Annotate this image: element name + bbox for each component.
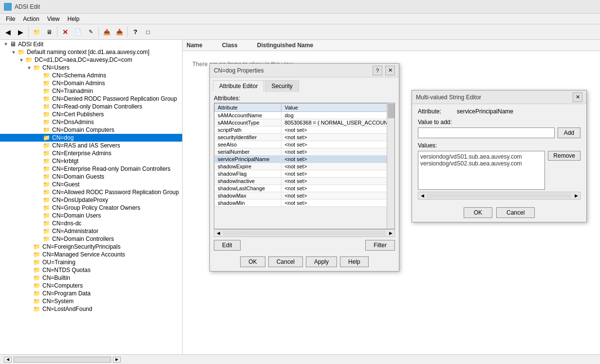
table-hscroll[interactable]: ◀ ▶ [214, 229, 395, 237]
tree-item-dns-dc[interactable]: 📁 CN=dns-dc [0, 219, 182, 227]
expander-dc-aea[interactable]: ▼ [18, 57, 25, 63]
tree-item-managed-service[interactable]: 📁 CN=Managed Service Accounts [0, 251, 182, 258]
edit-button[interactable]: Edit [214, 240, 241, 251]
mv-add-button[interactable]: Add [558, 127, 581, 138]
expander-default-naming[interactable]: ▼ [10, 50, 18, 55]
mv-hscroll[interactable]: ◀ ▶ [418, 192, 581, 200]
tree-item-dc-aea[interactable]: ▼ 📁 DC=d1,DC=aea,DC=auvesy,DC=com [0, 56, 182, 64]
table-scrollbar-thumb[interactable] [388, 104, 394, 118]
attr-table-row-9[interactable]: shadowInactive<not set> [215, 178, 394, 185]
apply-button[interactable]: Apply [306, 256, 337, 267]
tree-item-adsi-root[interactable]: ▼ 🖥 ADSI Edit [0, 40, 182, 48]
tree-item-guest[interactable]: 📁 CN=Guest [0, 181, 182, 188]
attr-table-row-4[interactable]: seeAlso<not set> [215, 141, 394, 148]
table-scrollbar-track[interactable] [387, 103, 394, 229]
multivalue-close-btn[interactable]: ✕ [573, 92, 582, 102]
properties-close-btn[interactable]: ✕ [385, 66, 395, 75]
attr-table-row-2[interactable]: scriptPath<not set> [215, 127, 394, 134]
menu-action[interactable]: Action [19, 15, 43, 23]
mv-value-item-0[interactable]: versiondog/vdS01.sub.aea.auvesy.com [420, 153, 543, 160]
attr-table-row-8[interactable]: shadowFlag<not set> [215, 170, 394, 178]
hscroll-track[interactable] [223, 231, 386, 236]
mv-hscroll-track[interactable] [427, 193, 572, 198]
attr-table-row-11[interactable]: shadowMax<not set> [215, 192, 394, 200]
tree-item-group-policy-creators[interactable]: 📁 CN=Group Policy Creator Owners [0, 204, 182, 212]
menu-help[interactable]: Help [64, 15, 84, 23]
attr-table-row-5[interactable]: serialNumber<not set> [215, 148, 394, 156]
tree-item-krbtgt[interactable]: 📁 CN=krbtgt [0, 157, 182, 165]
properties-help-icon-btn[interactable]: ? [373, 66, 382, 75]
mv-value-item-1[interactable]: versiondog/vdS02.sub.aea.auvesy.com [420, 160, 543, 167]
tree-item-domain-admins[interactable]: 📁 CN=Domain Admins [0, 79, 182, 87]
menu-file[interactable]: File [2, 15, 19, 23]
attr-table-row-1[interactable]: sAMAccountType805306368 = ( NORMAL_USER_… [215, 119, 394, 127]
tree-item-dns-admins[interactable]: 📁 CN=DnsAdmins [0, 118, 182, 126]
mv-hscroll-left[interactable]: ◀ [418, 192, 426, 199]
mv-cancel-button[interactable]: Cancel [496, 207, 535, 218]
delete-button[interactable]: ✕ [59, 26, 71, 38]
cancel-button[interactable]: Cancel [268, 256, 303, 267]
help-button[interactable]: Help [340, 256, 369, 267]
attr-table-row-12[interactable]: shadowMin<not set> [215, 200, 394, 207]
filter-button[interactable]: Filter [365, 240, 395, 251]
scroll-track[interactable] [14, 357, 111, 363]
attr-table-row-10[interactable]: shadowLastChange<not set> [215, 185, 394, 192]
ok-button[interactable]: OK [240, 256, 265, 267]
tree-item-foreign-security[interactable]: 📁 CN=ForeignSecurityPrincipals [0, 243, 182, 251]
computer-button[interactable]: 🖥 [43, 26, 55, 38]
tree-item-administrator[interactable]: 📁 CN=Administrator [0, 227, 182, 235]
tree-item-domain-computers[interactable]: 📁 CN=Domain Computers [0, 126, 182, 134]
tree-item-cn-dog[interactable]: 📁 CN=dog [0, 134, 182, 142]
tree-item-allowed-rodc[interactable]: 📁 CN=Allowed RODC Password Replication G… [0, 188, 182, 196]
hscroll-left-arrow[interactable]: ◀ [214, 230, 222, 237]
help-toolbar-button[interactable]: ? [130, 26, 141, 38]
tree-item-domain-guests[interactable]: 📁 CN=Domain Guests [0, 173, 182, 181]
expander-cn-users[interactable]: ▼ [25, 65, 33, 71]
tree-item-dns-update-proxy[interactable]: 📁 CN=DnsUpdateProxy [0, 196, 182, 204]
tree-item-domain-users[interactable]: 📁 CN=Domain Users [0, 212, 182, 219]
tree-item-denied-rodc[interactable]: 📁 CN=Denied RODC Password Replication Gr… [0, 95, 182, 103]
tree-item-enterprise-readonly[interactable]: 📁 CN=Enterprise Read-only Domain Control… [0, 165, 182, 173]
tree-item-system[interactable]: 📁 CN=System [0, 297, 182, 305]
expander-schema-admins[interactable] [35, 73, 43, 78]
scroll-right-btn[interactable]: ▶ [113, 357, 121, 363]
mv-values-list[interactable]: versiondog/vdS01.sub.aea.auvesy.com vers… [418, 151, 545, 190]
tree-item-computers[interactable]: 📁 CN=Computers [0, 282, 182, 290]
mv-hscroll-right[interactable]: ▶ [572, 192, 580, 199]
tab-attribute-editor[interactable]: Attribute Editor [213, 80, 264, 92]
tree-item-ras-ias[interactable]: 📁 CN=RAS and IAS Servers [0, 142, 182, 149]
attr-table-row-3[interactable]: securityIdentifier<not set> [215, 134, 394, 141]
tree-item-cn-users[interactable]: ▼ 📁 CN=Users [0, 64, 182, 72]
tree-item-schema-admins[interactable]: 📁 CN=Schema Admins [0, 72, 182, 79]
back-button[interactable]: ◀ [2, 26, 14, 38]
attr-table-row-6[interactable]: servicePrincipalName<not set> [215, 156, 394, 163]
rename-button[interactable]: ✎ [85, 26, 96, 38]
tree-item-ou-training[interactable]: 📁 OU=Training [0, 258, 182, 266]
tree-item-ntds-quotas[interactable]: 📁 CN=NTDS Quotas [0, 266, 182, 274]
attr-table-row-0[interactable]: sAMAccountNamedog [215, 112, 394, 119]
tree-item-program-data[interactable]: 📁 CN=Program Data [0, 290, 182, 297]
tree-item-lost-found[interactable]: 📁 CN=LostAndFound [0, 305, 182, 313]
tree-item-readonly-dc[interactable]: 📁 CN=Read-only Domain Controllers [0, 103, 182, 110]
new-button[interactable]: □ [142, 26, 154, 38]
mv-value-input[interactable] [418, 127, 555, 138]
tree-item-cert-publishers[interactable]: 📁 CN=Cert Publishers [0, 110, 182, 118]
tree-item-enterprise-admins[interactable]: 📁 CN=Enterprise Admins [0, 149, 182, 157]
properties-button[interactable]: 📄 [72, 26, 84, 38]
scroll-left-btn[interactable]: ◀ [4, 357, 12, 363]
forward-button[interactable]: ▶ [15, 26, 26, 38]
attr-table-row-7[interactable]: shadowExpire<not set> [215, 163, 394, 170]
tree-item-domain-controllers[interactable]: 📁 CN=Domain Controllers [0, 235, 182, 243]
up-button[interactable]: 📁 [31, 26, 42, 38]
mv-ok-button[interactable]: OK [464, 207, 492, 218]
mv-remove-button[interactable]: Remove [548, 151, 581, 161]
hscroll-right-arrow[interactable]: ▶ [387, 230, 394, 237]
expander-adsi-root[interactable]: ▼ [2, 41, 10, 47]
tab-security[interactable]: Security [265, 80, 299, 92]
import-button[interactable]: 📥 [113, 26, 125, 38]
tree-item-default-naming[interactable]: ▼ 📁 Default naming context [dc.d1.aea.au… [0, 48, 182, 56]
menu-view[interactable]: View [43, 15, 64, 23]
export-button[interactable]: 📤 [101, 26, 112, 38]
tree-item-trainadmin[interactable]: 📁 CN=Trainadmin [0, 87, 182, 95]
tree-item-builtin[interactable]: 📁 CN=Builtin [0, 274, 182, 282]
